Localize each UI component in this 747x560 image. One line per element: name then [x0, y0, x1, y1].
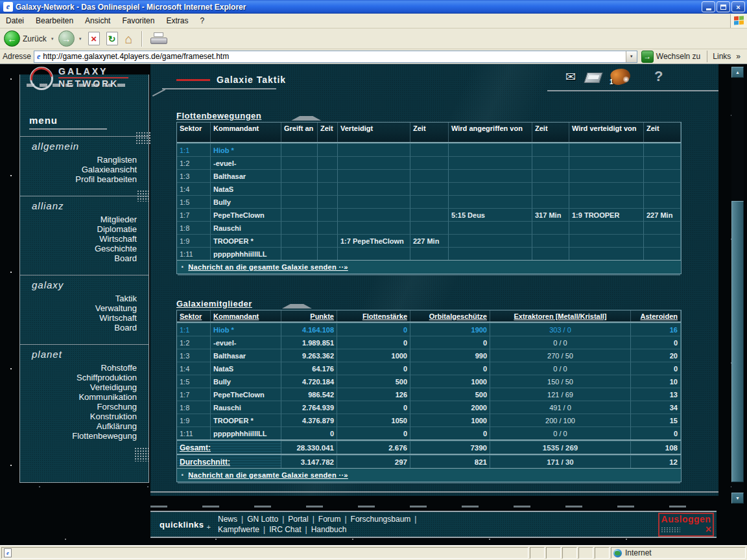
sidebar-item-profil-bearbeiten[interactable]: Profil bearbeiten	[75, 175, 137, 184]
sidebar-item-rohstoffe[interactable]: Rohstoffe	[101, 364, 137, 373]
kommandant-link[interactable]: -evuel-	[211, 336, 281, 349]
link-news[interactable]: News	[216, 515, 239, 524]
defender-link[interactable]: 1:9 TROOPER	[569, 208, 644, 221]
kommandant-link[interactable]: Bully	[211, 195, 281, 208]
home-button[interactable]: ⌂	[125, 32, 133, 45]
message-galaxy-link[interactable]: Nachricht an die gesamte Galaxie senden …	[188, 471, 348, 479]
kommandant-link[interactable]: Rauschi	[211, 401, 281, 414]
kommandant-link[interactable]: ppppphhhiilllLL	[211, 247, 281, 260]
close-button[interactable]: ×	[731, 1, 745, 12]
back-label[interactable]: Zurück	[23, 34, 47, 43]
sidebar-item-board-galaxy[interactable]: Board	[114, 323, 137, 332]
maximize-button[interactable]	[717, 1, 730, 12]
mail-icon[interactable]: ✉	[565, 69, 576, 84]
message-galaxy-link[interactable]: Nachricht an die gesamte Galaxie senden …	[188, 263, 348, 271]
col-header-flottenstaerke[interactable]: Flottenstärke	[337, 310, 410, 321]
sector-link[interactable]: 1:7	[177, 388, 211, 401]
kommandant-link[interactable]: Balthasar	[211, 169, 281, 182]
sidebar-item-geschichte[interactable]: Geschichte	[95, 244, 137, 253]
links-toolbar[interactable]: Links »	[707, 51, 744, 62]
sidebar-item-konstruktion[interactable]: Konstruktion	[90, 412, 137, 421]
sidebar-item-forschung[interactable]: Forschung	[97, 402, 137, 412]
vertical-scrollbar[interactable]: ▲ ▼	[731, 67, 744, 504]
sector-link[interactable]: 1:5	[177, 375, 211, 388]
outbox-icon[interactable]	[584, 73, 602, 83]
back-button[interactable]: ←	[4, 30, 20, 47]
link-forschungsbaum[interactable]: Forschungsbaum	[349, 515, 413, 524]
scroll-up-button[interactable]: ▲	[731, 67, 744, 78]
sector-link[interactable]: 1:4	[177, 362, 211, 375]
link-handbuch[interactable]: Handbuch	[309, 525, 349, 534]
link-forum[interactable]: Forum	[316, 515, 343, 524]
refresh-button[interactable]: ↻	[106, 32, 118, 45]
link-irc-chat[interactable]: IRC Chat	[267, 525, 303, 534]
kommandant-link[interactable]: TROOPER *	[211, 414, 281, 426]
sidebar-item-mitglieder[interactable]: Mitglieder	[101, 215, 137, 224]
kommandant-link[interactable]: NataS	[211, 362, 281, 375]
sector-link[interactable]: 1:1	[177, 323, 211, 336]
sector-link[interactable]: 1:1	[177, 143, 211, 156]
kommandant-link[interactable]: Balthasar	[211, 349, 281, 362]
help-icon[interactable]: ?	[654, 68, 663, 85]
sector-link[interactable]: 1:11	[177, 247, 211, 260]
scrollbar-thumb[interactable]	[731, 201, 744, 482]
sector-link[interactable]: 1:3	[177, 349, 211, 362]
menu-bearbeiten[interactable]: Bearbeiten	[30, 14, 79, 27]
logout-button[interactable]: Ausloggen ×	[658, 513, 714, 537]
col-header-sektor[interactable]: Sektor	[177, 310, 211, 321]
menu-extras[interactable]: Extras	[160, 14, 194, 27]
sidebar-item-kommunikation[interactable]: Kommunikation	[78, 393, 137, 402]
sidebar-item-wirtschaft-galaxy[interactable]: Wirtschaft	[99, 314, 137, 323]
sector-link[interactable]: 1:8	[177, 401, 211, 414]
sidebar-item-board-allianz[interactable]: Board	[114, 254, 137, 263]
sector-link[interactable]: 1:9	[177, 414, 211, 426]
link-gn-lotto[interactable]: GN Lotto	[245, 515, 280, 524]
col-header-kommandant[interactable]: Kommandant	[211, 310, 281, 321]
address-dropdown-button[interactable]: ▼	[626, 51, 637, 62]
sector-link[interactable]: 1:5	[177, 195, 211, 208]
kommandant-link[interactable]: NataS	[211, 182, 281, 195]
sector-link[interactable]: 1:2	[177, 336, 211, 349]
sector-link[interactable]: 1:8	[177, 221, 211, 234]
kommandant-link[interactable]: Rauschi	[211, 221, 281, 234]
go-button[interactable]: → Wechseln zu	[640, 50, 704, 64]
link-portal[interactable]: Portal	[286, 515, 310, 524]
col-header-asteroiden[interactable]: Asteroiden	[631, 310, 681, 321]
sidebar-item-aufklaerung[interactable]: Aufklärung	[97, 422, 137, 431]
forward-dropdown-icon[interactable]: ▼	[77, 37, 84, 41]
minimize-button[interactable]	[702, 1, 715, 12]
col-header-punkte[interactable]: Punkte	[281, 310, 337, 321]
probe-ship-icon[interactable]: 1	[611, 69, 630, 84]
sector-link[interactable]: 1:11	[177, 426, 211, 439]
sidebar-item-ranglisten[interactable]: Ranglisten	[97, 156, 137, 165]
sidebar-item-flottenbewegung[interactable]: Flottenbewegung	[72, 432, 137, 441]
attacker-link[interactable]: 5:15 Deus	[449, 208, 532, 221]
col-header-extraktoren[interactable]: Extraktoren [Metall/Kristall]	[490, 310, 631, 321]
scroll-down-button[interactable]: ▼	[731, 493, 744, 504]
forward-button[interactable]: →	[58, 30, 75, 47]
sidebar-item-galaxieansicht[interactable]: Galaxieansicht	[82, 165, 137, 174]
kommandant-link[interactable]: ppppphhhiilllLL	[211, 426, 281, 439]
kommandant-link[interactable]: TROOPER *	[211, 234, 281, 247]
link-kampfwerte[interactable]: Kampfwerte	[216, 525, 261, 534]
col-header-orbitalgeschuetze[interactable]: Orbitalgeschütze	[410, 310, 490, 321]
menu-ansicht[interactable]: Ansicht	[79, 14, 116, 27]
kommandant-link[interactable]: PepeTheClown	[211, 208, 281, 221]
print-button[interactable]	[150, 32, 167, 45]
sector-link[interactable]: 1:3	[177, 169, 211, 182]
sidebar-item-taktik[interactable]: Taktik	[115, 294, 137, 303]
sector-link[interactable]: 1:9	[177, 234, 211, 247]
sidebar-item-schiffproduktion[interactable]: Schiffproduktion	[77, 373, 137, 382]
sidebar-item-verteidigung[interactable]: Verteidigung	[90, 383, 137, 392]
kommandant-link[interactable]: Hiob *	[211, 323, 281, 336]
stop-button[interactable]: ×	[88, 32, 100, 45]
sector-link[interactable]: 1:2	[177, 156, 211, 169]
kommandant-link[interactable]: PepeTheClown	[211, 388, 281, 401]
menu-datei[interactable]: Datei	[0, 14, 30, 27]
kommandant-link[interactable]: Hiob *	[211, 143, 281, 156]
sidebar-item-diplomatie[interactable]: Diplomatie	[97, 225, 137, 234]
kommandant-link[interactable]: Bully	[211, 375, 281, 388]
sidebar-item-wirtschaft-allianz[interactable]: Wirtschaft	[99, 235, 137, 244]
sector-link[interactable]: 1:4	[177, 182, 211, 195]
menu-favoriten[interactable]: Favoriten	[116, 14, 160, 27]
